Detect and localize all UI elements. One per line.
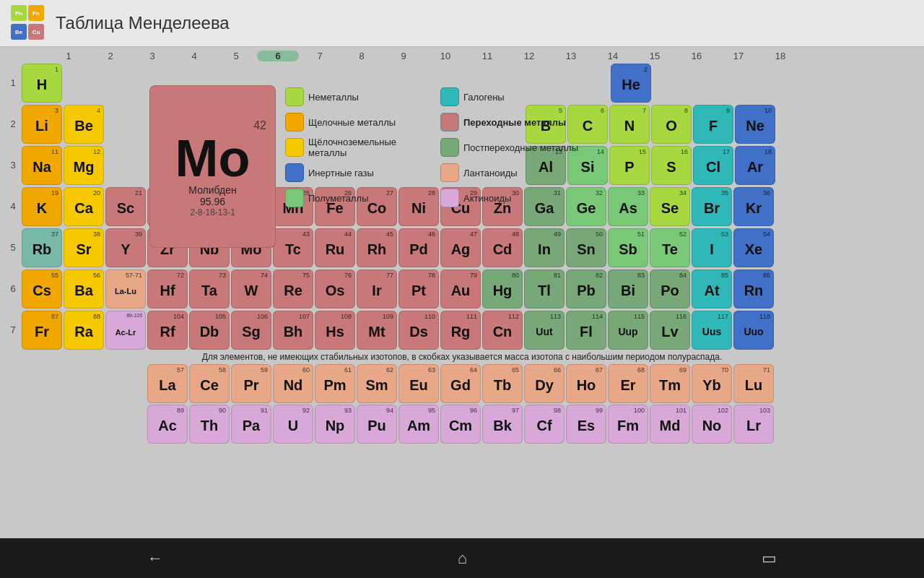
element-Dy[interactable]: 66Dy xyxy=(524,364,565,403)
element-Fl[interactable]: 114Fl xyxy=(566,311,606,350)
element-Ra[interactable]: 88Ra xyxy=(64,311,104,350)
element-I[interactable]: 53I xyxy=(692,228,732,267)
element-Tl[interactable]: 81Tl xyxy=(524,269,565,309)
element-Uuo[interactable]: 118Uuo xyxy=(733,311,774,350)
element-Pu[interactable]: 94Pu xyxy=(357,405,397,444)
element-Y[interactable]: 39Y xyxy=(105,228,146,267)
element-Se[interactable]: 34Se xyxy=(650,187,690,226)
element-Na[interactable]: 11Na xyxy=(22,146,62,185)
element-Ho[interactable]: 67Ho xyxy=(566,364,606,403)
element-Bi[interactable]: 83Bi xyxy=(608,269,648,309)
element-Kr[interactable]: 36Kr xyxy=(733,187,774,226)
element-Lu[interactable]: 71Lu xyxy=(733,364,774,403)
element-Au[interactable]: 79Au xyxy=(440,269,481,309)
element-Pd[interactable]: 46Pd xyxy=(398,228,439,267)
element-F[interactable]: 9F xyxy=(693,105,733,144)
element-Rf[interactable]: 104Rf xyxy=(147,311,188,350)
element-Pa[interactable]: 91Pa xyxy=(231,405,271,444)
mo-display[interactable]: 42 Mo Молибден 95.96 2-8-18-13-1 xyxy=(149,85,276,248)
element-Po[interactable]: 84Po xyxy=(650,269,690,309)
element-N[interactable]: 7N xyxy=(609,105,650,144)
element-Cf[interactable]: 98Cf xyxy=(524,405,565,444)
element-Nd[interactable]: 60Nd xyxy=(273,364,313,403)
col-6-active[interactable]: 6 xyxy=(257,51,299,61)
element-Rh[interactable]: 45Rh xyxy=(357,228,397,267)
recents-button[interactable]: ▭ xyxy=(762,549,777,568)
element-Am[interactable]: 95Am xyxy=(398,405,439,444)
element-Pm[interactable]: 61Pm xyxy=(315,364,355,403)
element-Lv[interactable]: 116Lv xyxy=(650,311,690,350)
element-Os[interactable]: 76Os xyxy=(315,269,355,309)
element-Sm[interactable]: 62Sm xyxy=(357,364,397,403)
element-Xe[interactable]: 54Xe xyxy=(733,228,774,267)
element-Ce[interactable]: 58Ce xyxy=(189,364,230,403)
element-Sg[interactable]: 106Sg xyxy=(231,311,271,350)
element-Uup[interactable]: 115Uup xyxy=(608,311,648,350)
element-Br[interactable]: 35Br xyxy=(692,187,732,226)
element-Sr[interactable]: 38Sr xyxy=(64,228,104,267)
element-Hg[interactable]: 80Hg xyxy=(482,269,523,309)
element-Mt[interactable]: 109Mt xyxy=(357,311,397,350)
element-At[interactable]: 85At xyxy=(692,269,732,309)
element-Sc[interactable]: 21Sc xyxy=(105,187,146,226)
element-Ca[interactable]: 20Ca xyxy=(64,187,104,226)
element-As[interactable]: 33As xyxy=(608,187,648,226)
element-In[interactable]: 49In xyxy=(524,228,565,267)
element-Cm[interactable]: 96Cm xyxy=(440,405,481,444)
element-Cd[interactable]: 48Cd xyxy=(482,228,523,267)
element-Cs[interactable]: 55Cs xyxy=(22,269,62,309)
element-La-Lu[interactable]: 57-71La-Lu xyxy=(105,269,146,309)
element-Ne[interactable]: 10Ne xyxy=(735,105,775,144)
element-Mg[interactable]: 12Mg xyxy=(64,146,104,185)
element-Fr[interactable]: 87Fr xyxy=(22,311,62,350)
element-Pr[interactable]: 59Pr xyxy=(231,364,271,403)
element-W[interactable]: 74W xyxy=(231,269,271,309)
element-Ac-Lr[interactable]: 89-103Ac-Lr xyxy=(105,311,146,350)
element-O[interactable]: 8O xyxy=(651,105,692,144)
element-Cn[interactable]: 112Cn xyxy=(482,311,523,350)
element-Md[interactable]: 101Md xyxy=(650,405,690,444)
element-H[interactable]: 1H xyxy=(22,64,62,103)
element-Rn[interactable]: 86Rn xyxy=(733,269,774,309)
element-P[interactable]: 15P xyxy=(609,146,650,185)
element-Ru[interactable]: 44Ru xyxy=(315,228,355,267)
element-U[interactable]: 92U xyxy=(273,405,313,444)
element-Ta[interactable]: 73Ta xyxy=(189,269,230,309)
element-Bk[interactable]: 97Bk xyxy=(482,405,523,444)
element-Np[interactable]: 93Np xyxy=(315,405,355,444)
element-Tb[interactable]: 65Tb xyxy=(482,364,523,403)
back-button[interactable]: ← xyxy=(147,549,163,568)
home-button[interactable]: ⌂ xyxy=(458,549,467,568)
element-Th[interactable]: 90Th xyxy=(189,405,230,444)
element-Cl[interactable]: 17Cl xyxy=(693,146,733,185)
element-Be[interactable]: 4Be xyxy=(64,105,104,144)
element-Ir[interactable]: 77Ir xyxy=(357,269,397,309)
element-Rb[interactable]: 37Rb xyxy=(22,228,62,267)
element-La[interactable]: 57La xyxy=(147,364,188,403)
element-Eu[interactable]: 63Eu xyxy=(398,364,439,403)
element-He[interactable]: 2He xyxy=(611,64,651,103)
element-Rg[interactable]: 111Rg xyxy=(440,311,481,350)
element-Pt[interactable]: 78Pt xyxy=(398,269,439,309)
element-Tc[interactable]: 43Tc xyxy=(273,228,313,267)
element-Ag[interactable]: 47Ag xyxy=(440,228,481,267)
element-Fm[interactable]: 100Fm xyxy=(608,405,648,444)
element-Tm[interactable]: 69Tm xyxy=(650,364,690,403)
element-Yb[interactable]: 70Yb xyxy=(692,364,732,403)
element-Es[interactable]: 99Es xyxy=(566,405,606,444)
element-Lr[interactable]: 103Lr xyxy=(733,405,774,444)
element-Uut[interactable]: 113Uut xyxy=(524,311,565,350)
element-Sn[interactable]: 50Sn xyxy=(566,228,606,267)
element-Re[interactable]: 75Re xyxy=(273,269,313,309)
element-Pb[interactable]: 82Pb xyxy=(566,269,606,309)
element-Hs[interactable]: 108Hs xyxy=(315,311,355,350)
element-Ds[interactable]: 110Ds xyxy=(398,311,439,350)
element-Hf[interactable]: 72Hf xyxy=(147,269,188,309)
element-Db[interactable]: 105Db xyxy=(189,311,230,350)
element-Er[interactable]: 68Er xyxy=(608,364,648,403)
element-Sb[interactable]: 51Sb xyxy=(608,228,648,267)
element-Ar[interactable]: 18Ar xyxy=(735,146,775,185)
element-Ba[interactable]: 56Ba xyxy=(64,269,104,309)
element-Bh[interactable]: 107Bh xyxy=(273,311,313,350)
element-Uus[interactable]: 117Uus xyxy=(692,311,732,350)
